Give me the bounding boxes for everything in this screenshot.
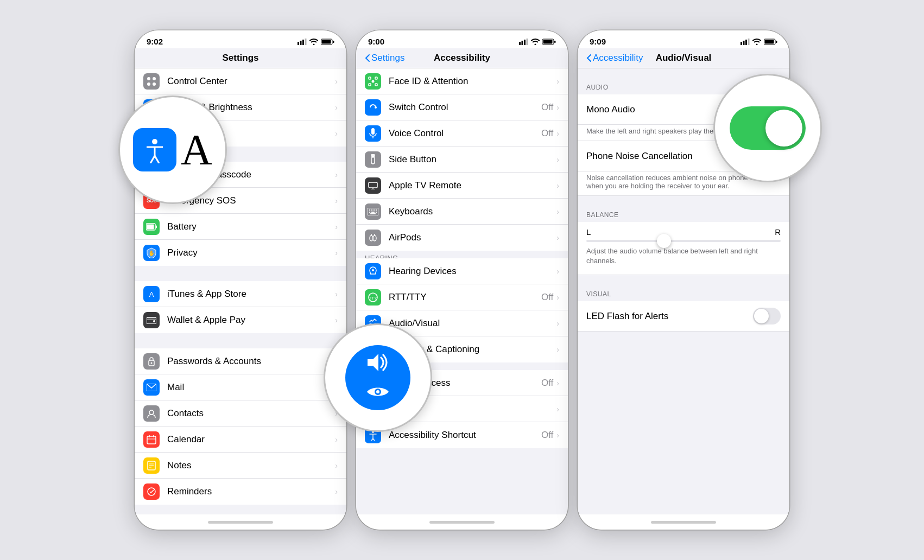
itunes-label: iTunes & App Store [167, 289, 335, 300]
svg-rect-2 [302, 40, 304, 45]
battery-icon-3 [764, 39, 777, 45]
row-control-center[interactable]: Control Center › [135, 68, 346, 94]
mag-content-1: A [133, 125, 212, 175]
accessibility-page-title: Accessibility [434, 53, 490, 63]
switch-control-value: Off [541, 102, 553, 113]
svg-point-93 [376, 390, 379, 393]
row-appletv[interactable]: Apple TV Remote › [356, 173, 568, 199]
svg-marker-91 [368, 354, 378, 371]
balance-thumb[interactable] [657, 234, 671, 248]
row-airpods[interactable]: AirPods › [356, 225, 568, 251]
accessibility-scroll[interactable]: Face ID & Attention › Switch Control Off… [356, 68, 568, 514]
voice-control-icon [365, 125, 381, 142]
row-faceid-attention[interactable]: Face ID & Attention › [356, 68, 568, 94]
row-passwords[interactable]: Passwords & Accounts › [135, 348, 346, 374]
keyboards-label: Keyboards [389, 206, 556, 217]
balance-section-bg [578, 196, 789, 203]
switch-control-chevron: › [556, 103, 559, 112]
row-led-flash[interactable]: LED Flash for Alerts [578, 301, 789, 332]
svg-point-82 [372, 269, 374, 271]
balance-desc: Adjust the audio volume balance between … [586, 246, 781, 266]
row-side-button[interactable]: Side Button › [356, 147, 568, 173]
balance-track[interactable] [586, 240, 781, 242]
wallet-label: Wallet & Apple Pay [167, 315, 335, 326]
svg-rect-49 [519, 42, 521, 45]
acc-shortcut-value: Off [541, 430, 553, 441]
privacy-icon: ✋ [143, 245, 160, 261]
svg-point-8 [153, 77, 156, 80]
switch-control-icon [365, 99, 381, 116]
mag-content-3 [730, 106, 806, 150]
keyboards-chevron: › [556, 207, 559, 216]
control-center-icon [143, 73, 160, 90]
mail-icon [143, 379, 160, 396]
balance-row: L R Adjust the audio volume balance betw… [578, 222, 789, 275]
calendar-chevron: › [335, 435, 338, 444]
row-contacts[interactable]: Contacts › [135, 400, 346, 427]
passwords-label: Passwords & Accounts [167, 356, 335, 367]
row-battery[interactable]: Battery › [135, 214, 346, 240]
svg-point-44 [152, 139, 157, 144]
group-store: A iTunes & App Store › Wallet & Apple Pa… [135, 281, 346, 333]
status-icons-1 [298, 39, 334, 45]
status-bar-1: 9:02 [135, 30, 346, 48]
group-accounts: Passwords & Accounts › Mail › Contacts › [135, 348, 346, 505]
nav-bar-1: Settings [135, 48, 346, 68]
appletv-label: Apple TV Remote [389, 180, 556, 191]
hearing-spacer: HEARING [356, 251, 568, 258]
row-calendar[interactable]: Calendar › [135, 427, 346, 453]
row-privacy[interactable]: ✋ Privacy › [135, 240, 346, 266]
settings-title: Settings [222, 53, 258, 63]
notes-chevron: › [335, 461, 338, 470]
row-rtt[interactable]: TTY RTT/TTY Off › [356, 284, 568, 310]
row-reminders[interactable]: Reminders › [135, 479, 346, 505]
svg-rect-57 [375, 77, 377, 79]
signal-icon-2 [519, 39, 528, 45]
svg-rect-24 [156, 225, 157, 228]
svg-rect-65 [372, 155, 374, 158]
svg-rect-74 [369, 212, 370, 213]
svg-rect-75 [371, 212, 375, 213]
reminders-chevron: › [335, 487, 338, 496]
svg-rect-56 [369, 77, 371, 79]
home-bar-1 [208, 521, 273, 524]
svg-rect-97 [748, 39, 750, 45]
svg-rect-51 [524, 40, 526, 45]
nav-back-2[interactable]: Settings [365, 53, 404, 63]
svg-point-9 [147, 82, 150, 86]
font-a-large: A [181, 125, 212, 175]
status-icons-2 [519, 39, 556, 45]
home-indicator-2 [356, 514, 568, 530]
calendar-icon [143, 431, 160, 448]
svg-rect-50 [522, 41, 523, 45]
magnifier-1: A [118, 96, 227, 204]
phone3-wrapper: 9:09 Accessibility Audio/Visual AUDIO Mo… [578, 30, 789, 530]
airpods-icon [365, 230, 381, 246]
row-mail[interactable]: Mail › [135, 374, 346, 400]
row-keyboards[interactable]: Keyboards › [356, 199, 568, 225]
notes-label: Notes [167, 460, 335, 471]
led-flash-toggle-knob [754, 309, 769, 323]
row-hearing-devices[interactable]: Hearing Devices › [356, 258, 568, 284]
led-flash-toggle[interactable] [753, 308, 781, 324]
row-itunes[interactable]: A iTunes & App Store › [135, 281, 346, 307]
status-time-2: 9:00 [368, 37, 384, 46]
row-notes[interactable]: Notes › [135, 453, 346, 479]
svg-text:A: A [149, 290, 154, 298]
side-button-chevron: › [556, 155, 559, 164]
nav-back-3[interactable]: Accessibility [586, 53, 643, 63]
accessibility-icon-large [133, 128, 176, 171]
home-bar-2 [429, 521, 495, 524]
svg-rect-5 [322, 40, 331, 43]
emergency-chevron: › [335, 196, 338, 205]
visual-section-bg [578, 275, 789, 283]
row-wallet[interactable]: Wallet & Apple Pay › [135, 307, 346, 333]
faceid-attention-icon [365, 73, 381, 90]
visual-section-label: VISUAL [578, 283, 789, 301]
row-voice-control[interactable]: Voice Control Off › [356, 120, 568, 147]
rtt-label: RTT/TTY [389, 292, 541, 303]
nav-back-label-2: Settings [371, 53, 404, 63]
subtitles-chevron: › [556, 345, 559, 354]
svg-point-79 [373, 236, 376, 241]
row-switch-control[interactable]: Switch Control Off › [356, 94, 568, 120]
